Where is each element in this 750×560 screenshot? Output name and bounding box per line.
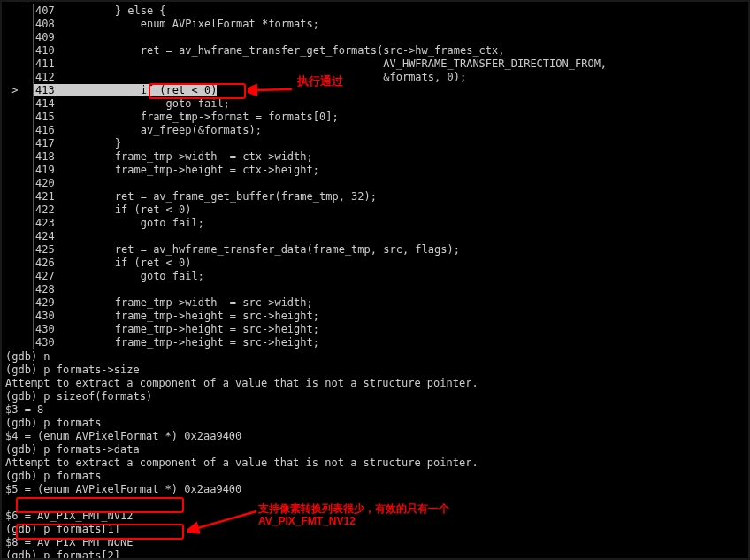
- line-number: 407: [34, 4, 64, 17]
- line-number: 428: [34, 283, 64, 295]
- gdb-output-line: (gdb) p formats[2]: [5, 549, 745, 560]
- source-text: AV_HWFRAME_TRANSFER_DIRECTION_FROM,: [64, 58, 745, 70]
- gutter-border: [27, 70, 34, 83]
- exec-arrow-gutter: [5, 111, 27, 123]
- source-line: 430 frame_tmp->height = src->height;: [5, 335, 745, 349]
- exec-arrow-gutter: [5, 203, 27, 216]
- arrow-bottom: [188, 506, 258, 536]
- exec-arrow-gutter: [5, 283, 27, 295]
- gdb-output-line: (gdb) n: [5, 350, 745, 364]
- exec-arrow-gutter: [5, 137, 27, 150]
- source-text: av_freep(&formats);: [64, 124, 745, 136]
- line-number: 423: [34, 217, 64, 229]
- gutter-border: [27, 176, 34, 189]
- source-text: frame_tmp->width = src->width;: [64, 296, 745, 309]
- source-line: 422 if (ret < 0): [5, 203, 745, 216]
- source-line: 423 goto fail;: [5, 216, 745, 229]
- annotation-bottom-line2: AV_PIX_FMT_NV12: [258, 515, 356, 527]
- source-text: }: [64, 137, 745, 150]
- gutter-border: [27, 282, 34, 295]
- line-number: 414: [34, 97, 64, 110]
- svg-line-0: [253, 89, 292, 90]
- exec-arrow-gutter: [5, 270, 27, 282]
- source-line: 430 frame_tmp->height = src->height;: [5, 322, 745, 335]
- line-number: 411: [34, 58, 64, 70]
- gdb-console-area[interactable]: (gdb) n(gdb) p formats->sizeAttempt to e…: [5, 350, 745, 560]
- arrow-top: [248, 83, 294, 99]
- source-text: } else {: [64, 4, 745, 17]
- exec-arrow-gutter: [5, 257, 27, 269]
- source-line: 412 &formats, 0);: [5, 70, 745, 83]
- gutter-border: [27, 322, 34, 335]
- source-text: ret = av_frame_get_buffer(frame_tmp, 32)…: [64, 190, 745, 203]
- source-text: goto fail;: [64, 97, 745, 110]
- line-number: 422: [34, 203, 64, 216]
- gutter-border: [27, 83, 34, 96]
- terminal-viewport: 407 } else { 408 enum AVPixelFormat *for…: [2, 2, 748, 560]
- exec-arrow-gutter: >: [5, 84, 27, 96]
- line-number: 427: [34, 270, 64, 282]
- source-text: enum AVPixelFormat *formats;: [64, 18, 745, 30]
- source-text: ret = av_hwframe_transfer_data(frame_tmp…: [64, 243, 745, 256]
- exec-arrow-gutter: [5, 336, 27, 349]
- source-line-current: >413 if (ret < 0): [5, 83, 745, 96]
- gdb-output-line: (gdb) p sizeof(formats): [5, 390, 745, 403]
- exec-arrow-gutter: [5, 243, 27, 256]
- gutter-border: [27, 150, 34, 163]
- line-number: 413: [34, 84, 64, 96]
- line-number: 410: [34, 44, 64, 57]
- gdb-output-line: (gdb) p formats[1]: [5, 523, 745, 536]
- gutter-border: [27, 189, 34, 203]
- gdb-output-line: Attempt to extract a component of a valu…: [5, 377, 745, 390]
- source-text: frame_tmp->format = formats[0];: [64, 111, 745, 123]
- line-number: 420: [34, 177, 64, 189]
- source-text: frame_tmp->width = ctx->width;: [64, 150, 745, 163]
- source-text: frame_tmp->height = src->height;: [64, 323, 745, 335]
- exec-arrow-gutter: [5, 296, 27, 309]
- line-number: 418: [34, 150, 64, 163]
- source-text: goto fail;: [64, 217, 745, 229]
- line-number: 430: [34, 336, 64, 349]
- source-line: 409: [5, 30, 745, 43]
- source-text: if (ret < 0): [64, 84, 745, 96]
- exec-arrow-gutter: [5, 177, 27, 189]
- exec-arrow-gutter: [5, 150, 27, 163]
- source-line: 429 frame_tmp->width = src->width;: [5, 295, 745, 309]
- gutter-border: [27, 269, 34, 282]
- source-line: 427 goto fail;: [5, 269, 745, 282]
- source-line: 415 frame_tmp->format = formats[0];: [5, 110, 745, 123]
- exec-arrow-gutter: [5, 18, 27, 30]
- gdb-output-line: $4 = (enum AVPixelFormat *) 0x2aa9400: [5, 430, 745, 443]
- source-line: 425 ret = av_hwframe_transfer_data(frame…: [5, 242, 745, 256]
- gutter-border: [27, 229, 34, 242]
- source-line: 430 frame_tmp->height = src->height;: [5, 309, 745, 322]
- source-line: 424: [5, 229, 745, 242]
- line-number: 419: [34, 164, 64, 176]
- source-line: 417 }: [5, 136, 745, 150]
- source-text: if (ret < 0): [64, 257, 745, 269]
- svg-line-1: [195, 511, 256, 529]
- gdb-output-line: Attempt to extract a component of a valu…: [5, 456, 745, 470]
- source-line: 407 } else {: [5, 4, 745, 17]
- gdb-output-line: $5 = (enum AVPixelFormat *) 0x2aa9400: [5, 483, 745, 496]
- gdb-output-line: $3 = 8: [5, 403, 745, 417]
- gutter-border: [27, 203, 34, 216]
- source-line: 410 ret = av_hwframe_transfer_get_format…: [5, 43, 745, 57]
- line-number: 426: [34, 257, 64, 269]
- source-code-area: 407 } else { 408 enum AVPixelFormat *for…: [5, 4, 745, 349]
- gutter-border: [27, 256, 34, 269]
- gutter-border: [27, 335, 34, 349]
- gutter-border: [27, 163, 34, 176]
- gutter-border: [27, 309, 34, 322]
- source-line: 408 enum AVPixelFormat *formats;: [5, 17, 745, 30]
- gutter-border: [27, 242, 34, 256]
- source-text: ret = av_hwframe_transfer_get_formats(sr…: [64, 44, 745, 57]
- source-line: 421 ret = av_frame_get_buffer(frame_tmp,…: [5, 189, 745, 203]
- source-line: 420: [5, 176, 745, 189]
- gutter-border: [27, 295, 34, 309]
- source-text: frame_tmp->height = src->height;: [64, 310, 745, 322]
- line-number: 416: [34, 124, 64, 136]
- line-number: 429: [34, 296, 64, 309]
- gdb-output-line: (gdb) p formats: [5, 417, 745, 430]
- source-line: 426 if (ret < 0): [5, 256, 745, 269]
